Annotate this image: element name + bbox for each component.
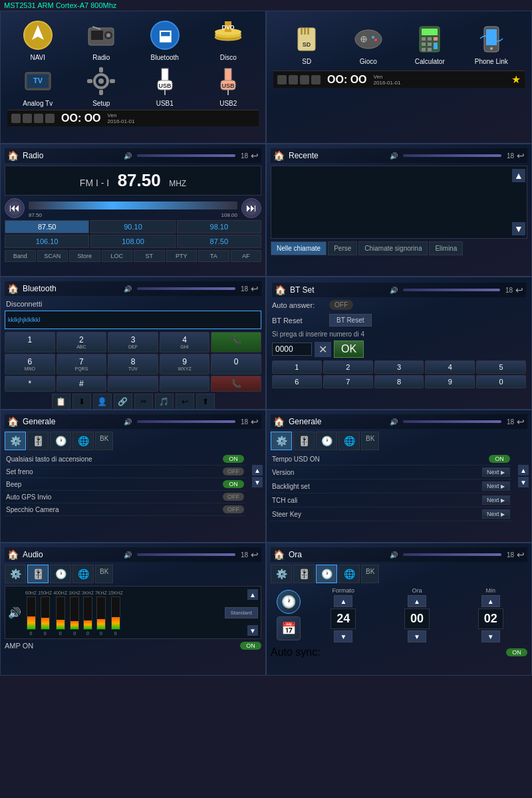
- numpad-call-green[interactable]: 📞: [211, 332, 261, 352]
- numpad-call-red[interactable]: 📞: [211, 376, 261, 392]
- recente-tab-chiamate[interactable]: Nelle chiamate: [271, 241, 327, 255]
- func-store[interactable]: Store: [69, 250, 100, 262]
- btset-clear-btn[interactable]: ✕: [315, 342, 331, 357]
- app-setup[interactable]: Setup: [71, 64, 132, 107]
- numpad-9[interactable]: 9WXYZ: [160, 354, 210, 374]
- btset-back-btn[interactable]: ↩: [515, 285, 523, 295]
- audio-tab-bk[interactable]: BK: [95, 565, 113, 583]
- gen2-tab-eq[interactable]: 🎚️: [293, 432, 315, 450]
- audio-tab-globe[interactable]: 🌐: [72, 565, 94, 583]
- btset-vol-slider[interactable]: [403, 289, 500, 291]
- gen1-toggle-2[interactable]: OFF: [223, 467, 244, 475]
- recente-vol[interactable]: 🔊: [390, 152, 398, 160]
- recente-scroll-down[interactable]: ▼: [512, 222, 525, 235]
- recente-vol-slider[interactable]: [403, 154, 501, 157]
- ora-vol[interactable]: 🔊: [390, 551, 398, 559]
- btset-num-3[interactable]: 3: [374, 360, 424, 374]
- numpad-star[interactable]: *: [5, 376, 55, 392]
- gen1-vol-slider[interactable]: [137, 420, 235, 423]
- app-sd[interactable]: SD SD: [277, 22, 336, 65]
- eq-scroll-down[interactable]: ▼: [247, 625, 258, 636]
- bt-func-3[interactable]: 👤: [93, 394, 112, 410]
- bt-func-2[interactable]: ⬇: [72, 394, 91, 410]
- bt-vol[interactable]: 🔊: [124, 285, 132, 293]
- radio-vol[interactable]: 🔊: [124, 152, 132, 160]
- ora-tab-bk[interactable]: BK: [361, 565, 379, 583]
- home-icon-radio[interactable]: 🏠: [7, 150, 19, 161]
- gen1-tab-globe[interactable]: 🌐: [72, 432, 94, 450]
- gen2-tab-bk[interactable]: BK: [361, 432, 379, 450]
- recente-scroll-up[interactable]: ▲: [512, 169, 525, 182]
- gen1-toggle-5[interactable]: OFF: [223, 505, 244, 513]
- btset-num-4[interactable]: 4: [425, 360, 475, 374]
- app-usb2[interactable]: USB USB2: [198, 64, 259, 107]
- btset-num-6[interactable]: 6: [272, 375, 322, 388]
- gen1-vol[interactable]: 🔊: [124, 418, 132, 426]
- btset-num-1[interactable]: 1: [272, 360, 322, 374]
- func-scan[interactable]: SCAN: [37, 250, 68, 262]
- freq-btn-1[interactable]: 87.50: [5, 220, 89, 233]
- audio-back-btn[interactable]: ↩: [251, 549, 259, 560]
- app-bluetooth[interactable]: ⬓ Bluetooth: [134, 18, 196, 61]
- vol-slider[interactable]: [137, 154, 235, 157]
- eq-scroll-up[interactable]: ▲: [247, 589, 258, 600]
- gen1-toggle-3[interactable]: ON: [223, 480, 244, 488]
- audio-vol[interactable]: 🔊: [124, 551, 132, 559]
- func-band[interactable]: Band: [5, 250, 36, 262]
- home-icon-audio[interactable]: 🏠: [7, 549, 19, 560]
- home-icon-ora[interactable]: 🏠: [273, 549, 285, 560]
- ora-tab-clock[interactable]: 🕐: [316, 565, 337, 583]
- radio-slider[interactable]: [29, 201, 237, 209]
- gen2-next-2[interactable]: Next ▶: [482, 467, 510, 477]
- gen2-vol-slider[interactable]: [403, 420, 501, 423]
- numpad-3[interactable]: 3DEF: [108, 332, 158, 352]
- gen1-scroll-down[interactable]: ▼: [252, 477, 263, 487]
- freq-btn-6[interactable]: 87.50: [177, 235, 261, 248]
- numpad-0[interactable]: 0: [211, 354, 261, 374]
- btset-num-9[interactable]: 9: [425, 375, 475, 388]
- home-icon-gen1[interactable]: 🏠: [7, 416, 19, 427]
- bt-func-4[interactable]: 🔗: [114, 394, 132, 410]
- bt-func-5[interactable]: ✂: [134, 394, 153, 410]
- numpad-7[interactable]: 7PQRS: [57, 354, 107, 374]
- gen1-tab-eq[interactable]: 🎚️: [27, 432, 49, 450]
- app-phone-link[interactable]: Phone Link: [462, 22, 521, 65]
- btset-auto-answer-toggle[interactable]: OFF: [329, 300, 353, 310]
- recente-tab-elimina[interactable]: Elimina: [429, 241, 463, 255]
- btset-num-2[interactable]: 2: [323, 360, 373, 374]
- ora-cal-icon[interactable]: 📅: [277, 616, 301, 640]
- gen2-vol[interactable]: 🔊: [390, 418, 398, 426]
- freq-btn-2[interactable]: 90.10: [90, 220, 175, 233]
- ora-tab-globe[interactable]: 🌐: [338, 565, 360, 583]
- func-loc[interactable]: LOC: [102, 250, 133, 262]
- audio-tab-clock[interactable]: 🕐: [50, 565, 71, 583]
- bt-func-7[interactable]: ↩: [176, 394, 194, 410]
- bt-func-6[interactable]: 🎵: [155, 394, 174, 410]
- recente-tab-perse[interactable]: Perse: [328, 241, 357, 255]
- gen2-tab-clock[interactable]: 🕐: [316, 432, 337, 450]
- func-st[interactable]: ST: [134, 250, 165, 262]
- gen2-next-5[interactable]: Next ▶: [482, 509, 510, 519]
- btset-num-8[interactable]: 8: [374, 375, 424, 388]
- gen2-scroll-down[interactable]: ▼: [518, 477, 529, 487]
- numpad-hash[interactable]: #: [57, 376, 107, 392]
- btset-pin-input[interactable]: [272, 342, 312, 356]
- func-af[interactable]: AF: [231, 250, 262, 262]
- audio-tab-eq[interactable]: 🎚️: [27, 565, 49, 583]
- btset-ok-btn[interactable]: OK: [334, 340, 364, 358]
- ora-formato-down[interactable]: ▼: [334, 630, 352, 642]
- ora-formato-up[interactable]: ▲: [334, 595, 352, 607]
- gen2-tab-globe[interactable]: 🌐: [338, 432, 360, 450]
- btset-num-0[interactable]: 0: [476, 375, 526, 388]
- app-navi[interactable]: NAVI: [7, 18, 68, 61]
- app-calculator[interactable]: Calculator: [400, 22, 460, 65]
- numpad-4[interactable]: 4GHI: [160, 332, 210, 352]
- btset-num-7[interactable]: 7: [323, 375, 373, 388]
- app-gioco[interactable]: Gioco: [339, 22, 398, 65]
- radio-next-btn[interactable]: ⏭: [241, 198, 261, 218]
- eq-preset-btn[interactable]: Standard: [225, 607, 258, 618]
- bt-back-btn[interactable]: ↩: [251, 283, 259, 294]
- ora-ora-up[interactable]: ▲: [408, 595, 426, 607]
- btset-vol[interactable]: 🔊: [390, 287, 398, 294]
- radio-prev-btn[interactable]: ⏮: [5, 198, 25, 218]
